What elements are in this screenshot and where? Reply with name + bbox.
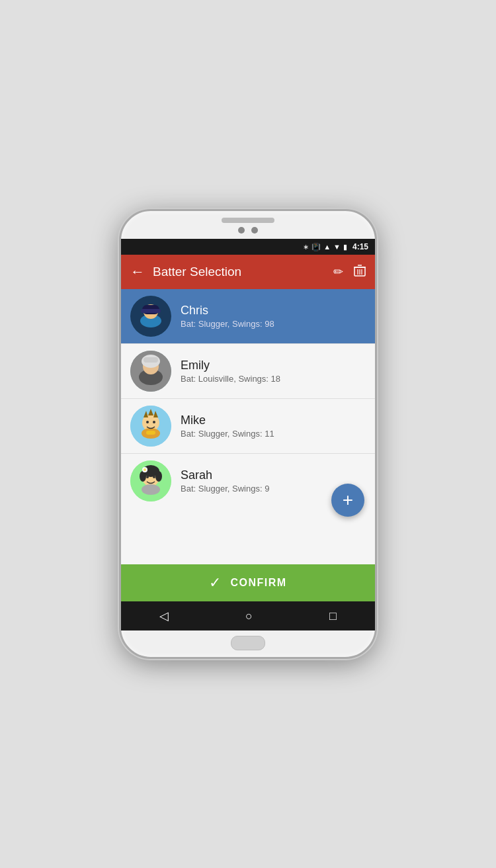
wifi-icon: ▼ [333, 243, 341, 251]
batter-name-emily: Emily [181, 359, 366, 372]
status-icons: ∗ 📳 ▲ ▼ ▮ 4:15 [303, 242, 368, 251]
phone-screen: ∗ 📳 ▲ ▼ ▮ 4:15 ← Batter Selection ✏ [121, 239, 375, 630]
svg-point-28 [140, 471, 146, 482]
camera-dot [238, 227, 245, 234]
batter-list: Chris Bat: Slugger, Swings: 98 Emil [121, 289, 375, 564]
avatar-emily [130, 351, 171, 392]
svg-point-32 [146, 476, 149, 478]
confirm-button[interactable]: ✓ CONFIRM [121, 564, 375, 601]
nav-recent-button[interactable]: □ [329, 609, 337, 623]
list-item[interactable]: Chris Bat: Slugger, Swings: 98 [121, 289, 375, 344]
svg-point-33 [153, 476, 155, 478]
phone-cameras [238, 227, 258, 234]
avatar-chris [130, 296, 171, 337]
bluetooth-icon: ∗ [303, 243, 309, 251]
vibrate-icon: 📳 [311, 243, 321, 251]
status-bar: ∗ 📳 ▲ ▼ ▮ 4:15 [121, 239, 375, 255]
svg-rect-15 [144, 357, 158, 363]
batter-name-mike: Mike [181, 413, 366, 427]
nav-bar: ◁ ○ □ [121, 601, 375, 630]
list-item[interactable]: Emily Bat: Louisville, Swings: 18 [121, 344, 375, 399]
home-button[interactable] [231, 636, 265, 650]
delete-button[interactable] [354, 264, 366, 281]
confirm-label: CONFIRM [230, 577, 286, 589]
confirm-check-icon: ✓ [209, 574, 221, 591]
toolbar: ← Batter Selection ✏ [121, 255, 375, 289]
avatar-sarah [130, 460, 171, 501]
avatar-mike [130, 406, 171, 447]
speaker-dot [251, 227, 258, 234]
svg-rect-24 [146, 431, 155, 435]
batter-info-chris: Chris Bat: Slugger, Swings: 98 [181, 304, 366, 329]
batter-info-emily: Emily Bat: Louisville, Swings: 18 [181, 359, 366, 384]
batter-details-mike: Bat: Slugger, Swings: 11 [181, 429, 366, 439]
svg-rect-10 [141, 309, 161, 313]
batter-details-emily: Bat: Louisville, Swings: 18 [181, 374, 366, 384]
batter-name-chris: Chris [181, 304, 366, 318]
phone-speaker [222, 218, 274, 223]
svg-point-29 [155, 471, 162, 482]
phone-device: ∗ 📳 ▲ ▼ ▮ 4:15 ← Batter Selection ✏ [119, 209, 377, 659]
svg-point-31 [144, 468, 146, 471]
nav-back-button[interactable]: ◁ [159, 609, 169, 623]
add-batter-button[interactable]: + [331, 484, 364, 517]
svg-point-23 [153, 421, 155, 423]
list-item[interactable]: Mike Bat: Slugger, Swings: 11 [121, 399, 375, 454]
toolbar-title: Batter Selection [153, 265, 323, 279]
battery-icon: ▮ [343, 243, 347, 251]
edit-button[interactable]: ✏ [333, 265, 343, 279]
batter-info-mike: Mike Bat: Slugger, Swings: 11 [181, 413, 366, 439]
signal-icon: ▲ [323, 243, 331, 251]
batter-details-chris: Bat: Slugger, Swings: 98 [181, 319, 366, 329]
batter-name-sarah: Sarah [181, 468, 366, 482]
back-button[interactable]: ← [130, 263, 145, 281]
nav-home-button[interactable]: ○ [245, 609, 253, 623]
status-time: 4:15 [352, 242, 368, 251]
svg-point-22 [146, 421, 149, 423]
svg-point-34 [142, 484, 160, 495]
